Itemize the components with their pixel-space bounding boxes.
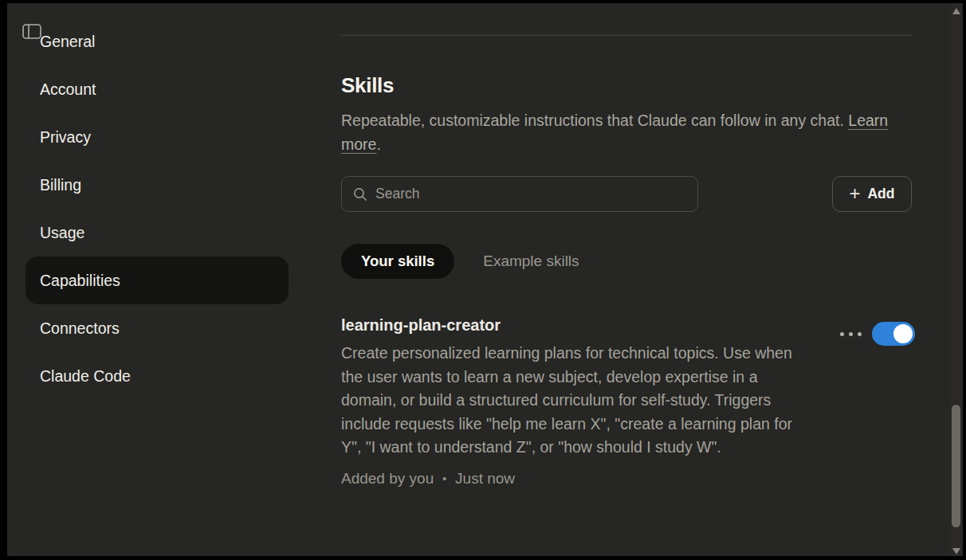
plus-icon: + xyxy=(849,184,860,203)
page-title: Skills xyxy=(341,73,394,98)
search-field-container[interactable] xyxy=(341,176,698,212)
section-divider xyxy=(341,35,912,36)
sidebar-item-connectors[interactable]: Connectors xyxy=(26,304,289,352)
vertical-scrollbar[interactable] xyxy=(950,3,963,556)
meta-separator-dot: • xyxy=(442,472,446,485)
skills-panel: Skills Repeatable, customizable instruct… xyxy=(341,3,912,556)
sidebar-item-privacy[interactable]: Privacy xyxy=(26,113,289,161)
sidebar-item-capabilities[interactable]: Capabilities xyxy=(26,257,289,304)
sidebar-item-account[interactable]: Account xyxy=(26,65,289,113)
skill-more-options-button[interactable] xyxy=(835,327,866,341)
sidebar-item-billing[interactable]: Billing xyxy=(26,161,289,209)
skill-description: Create personalized learning plans for t… xyxy=(341,342,799,460)
skill-meta: Added by you • Just now xyxy=(341,470,803,488)
sidebar-menu: General Account Privacy Billing Usage Ca… xyxy=(7,18,341,400)
skill-timestamp: Just now xyxy=(455,470,515,488)
skills-tabs: Your skills Example skills xyxy=(341,244,579,279)
settings-window: General Account Privacy Billing Usage Ca… xyxy=(7,3,963,556)
sidebar-item-usage[interactable]: Usage xyxy=(26,209,289,257)
scroll-up-arrow-icon[interactable] xyxy=(952,8,960,14)
search-and-add-row: + Add xyxy=(341,176,912,212)
settings-sidebar: General Account Privacy Billing Usage Ca… xyxy=(7,3,341,556)
add-button-label: Add xyxy=(867,186,894,202)
add-skill-button[interactable]: + Add xyxy=(832,176,912,212)
skill-enabled-toggle[interactable] xyxy=(872,322,915,346)
toggle-knob xyxy=(893,324,913,343)
skills-description: Repeatable, customizable instructions th… xyxy=(341,108,891,156)
tab-your-skills[interactable]: Your skills xyxy=(341,244,454,279)
tab-example-skills[interactable]: Example skills xyxy=(483,253,579,270)
scroll-down-arrow-icon[interactable] xyxy=(952,548,960,554)
skill-name: learning-plan-creator xyxy=(341,315,803,335)
scrollbar-thumb[interactable] xyxy=(952,405,960,527)
sidebar-item-claude-code[interactable]: Claude Code xyxy=(26,352,289,400)
search-input[interactable] xyxy=(375,186,686,202)
skill-card: learning-plan-creator Create personalize… xyxy=(341,315,803,488)
search-icon xyxy=(353,187,367,202)
ellipsis-icon xyxy=(840,332,844,336)
skills-description-text: Repeatable, customizable instructions th… xyxy=(341,112,848,129)
skills-description-period: . xyxy=(376,135,380,153)
sidebar-item-general[interactable]: General xyxy=(26,18,289,65)
skill-added-by: Added by you xyxy=(341,470,434,488)
